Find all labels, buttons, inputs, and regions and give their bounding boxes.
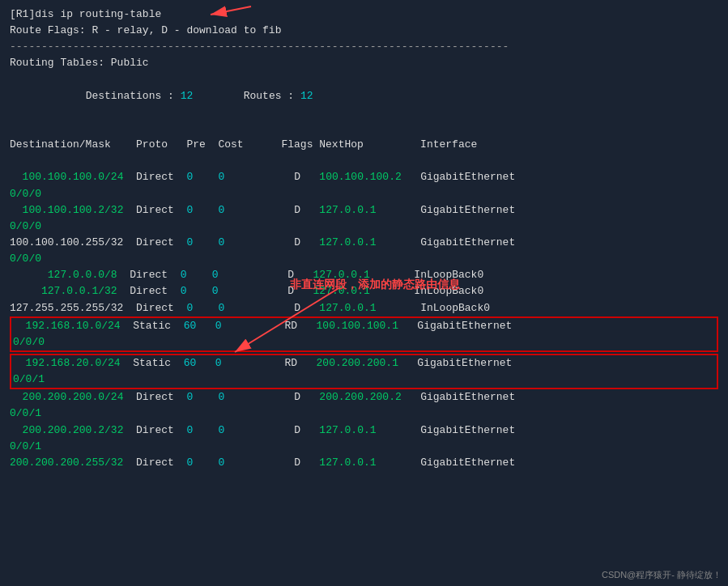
table-row-iface: 0/0/1 <box>10 439 718 455</box>
table-row-iface: 0/0/0 <box>13 334 715 350</box>
dest-routes-line: Destinations : 12 Routes : 12 <box>10 72 718 121</box>
watermark: CSDN@程序猿开- 静待绽放！ <box>602 569 722 581</box>
static-route-row-1: 192.168.10.0/24 Static 60 0 RD 100.100.1… <box>10 316 718 352</box>
table-row: 200.200.200.255/32 Direct 0 0 D 127.0.0.… <box>10 455 718 471</box>
table-row: 127.255.255.255/32 Direct 0 0 D 127.0.0.… <box>10 300 718 316</box>
table-row: 100.100.100.0/24 Direct 0 0 D 100.100.10… <box>10 169 718 185</box>
table-row-iface: 0/0/0 <box>10 219 718 235</box>
table-row-iface: 0/0/1 <box>13 372 715 388</box>
table-row: 192.168.20.0/24 Static 60 0 RD 200.200.2… <box>13 355 715 372</box>
table-row-iface: 0/0/0 <box>10 251 718 267</box>
terminal: [R1]dis ip routing-table Route Flags: R … <box>0 0 728 478</box>
separator: ----------------------------------------… <box>10 39 718 55</box>
table-row: 100.100.100.255/32 Direct 0 0 D 127.0.0.… <box>10 235 718 251</box>
table-row: 200.200.200.0/24 Direct 0 0 D 200.200.20… <box>10 389 718 406</box>
table-row-iface: 0/0/0 <box>10 186 718 202</box>
static-route-row-2: 192.168.20.0/24 Static 60 0 RD 200.200.2… <box>10 354 718 389</box>
table-row-iface: 0/0/1 <box>10 406 718 422</box>
command-line: [R1]dis ip routing-table <box>10 6 718 23</box>
routing-tables-label: Routing Tables: Public <box>10 55 718 71</box>
column-headers: Destination/Mask Proto Pre Cost Flags Ne… <box>10 137 718 153</box>
table-row: 192.168.10.0/24 Static 60 0 RD 100.100.1… <box>13 318 715 334</box>
table-row: 200.200.200.2/32 Direct 0 0 D 127.0.0.1 … <box>10 423 718 439</box>
annotation-text: 非直连网段，添加的静态路由信息 <box>290 278 460 292</box>
flags-line: Route Flags: R - relay, D - download to … <box>10 23 718 39</box>
table-row: 100.100.100.2/32 Direct 0 0 D 127.0.0.1 … <box>10 202 718 219</box>
